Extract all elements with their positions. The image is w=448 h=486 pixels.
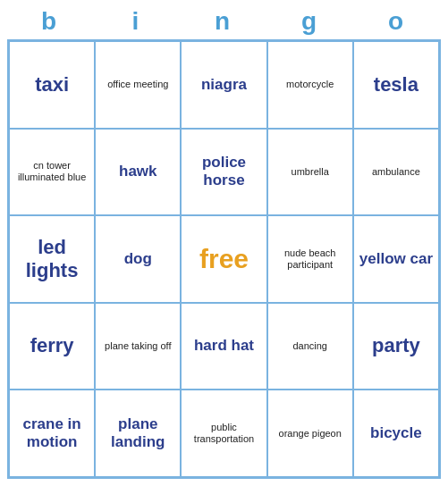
- cell-text-11: dog: [124, 250, 152, 268]
- bingo-cell-4[interactable]: tesla: [353, 41, 439, 129]
- bingo-cell-19[interactable]: party: [353, 303, 439, 390]
- header-letter-g: g: [272, 7, 351, 36]
- cell-text-17: hard hat: [194, 337, 254, 355]
- header-letter-n: n: [185, 7, 264, 36]
- cell-text-18: dancing: [292, 340, 327, 352]
- bingo-cell-7[interactable]: police horse: [181, 129, 266, 216]
- bingo-cell-22[interactable]: public transportation: [181, 390, 266, 477]
- bingo-cell-12[interactable]: free: [181, 215, 266, 303]
- bingo-cell-0[interactable]: taxi: [9, 41, 95, 129]
- bingo-cell-17[interactable]: hard hat: [181, 303, 266, 390]
- cell-text-3: motorcycle: [286, 79, 334, 90]
- bingo-cell-8[interactable]: umbrella: [267, 129, 353, 216]
- bingo-cell-6[interactable]: hawk: [95, 129, 181, 216]
- cell-text-15: ferry: [30, 334, 74, 357]
- bingo-cell-16[interactable]: plane taking off: [95, 303, 181, 390]
- cell-text-6: hawk: [119, 163, 157, 180]
- bingo-cell-14[interactable]: yellow car: [353, 215, 439, 303]
- bingo-cell-10[interactable]: led lights: [9, 215, 95, 303]
- bingo-grid: taxioffice meetingniagramotorcycleteslac…: [7, 39, 441, 479]
- cell-text-0: taxi: [35, 73, 69, 96]
- cell-text-14: yellow car: [359, 250, 433, 268]
- bingo-cell-24[interactable]: bicycle: [353, 390, 439, 477]
- bingo-cell-13[interactable]: nude beach participant: [267, 215, 353, 303]
- cell-text-16: plane taking off: [105, 340, 171, 352]
- cell-text-24: bicycle: [370, 424, 422, 442]
- cell-text-13: nude beach participant: [272, 247, 349, 271]
- header-letter-b: b: [12, 7, 90, 36]
- bingo-cell-15[interactable]: ferry: [9, 303, 95, 390]
- header-letter-i: i: [98, 7, 177, 36]
- bingo-cell-11[interactable]: dog: [95, 215, 181, 303]
- cell-text-8: umbrella: [292, 166, 329, 178]
- bingo-cell-9[interactable]: ambulance: [353, 129, 439, 216]
- bingo-cell-5[interactable]: cn tower illuminated blue: [9, 129, 95, 216]
- cell-text-7: police horse: [185, 154, 262, 190]
- bingo-cell-21[interactable]: plane landing: [95, 390, 181, 477]
- bingo-cell-2[interactable]: niagra: [181, 41, 266, 129]
- cell-text-10: led lights: [13, 236, 90, 283]
- cell-text-19: party: [372, 334, 420, 357]
- header-letter-o: o: [359, 7, 437, 36]
- bingo-cell-20[interactable]: crane in motion: [9, 390, 95, 477]
- cell-text-12: free: [199, 243, 249, 275]
- cell-text-9: ambulance: [372, 166, 420, 178]
- bingo-cell-3[interactable]: motorcycle: [267, 41, 353, 129]
- cell-text-23: orange pigeon: [279, 428, 342, 440]
- cell-text-2: niagra: [201, 76, 247, 94]
- bingo-cell-1[interactable]: office meeting: [95, 41, 181, 129]
- cell-text-22: public transportation: [185, 422, 262, 445]
- cell-text-21: plane landing: [99, 415, 176, 452]
- cell-text-1: office meeting: [107, 79, 168, 90]
- bingo-header: bingo: [7, 7, 441, 36]
- cell-text-4: tesla: [374, 73, 418, 96]
- bingo-cell-18[interactable]: dancing: [267, 303, 353, 390]
- bingo-cell-23[interactable]: orange pigeon: [267, 390, 353, 477]
- cell-text-5: cn tower illuminated blue: [13, 160, 90, 183]
- cell-text-20: crane in motion: [13, 415, 90, 452]
